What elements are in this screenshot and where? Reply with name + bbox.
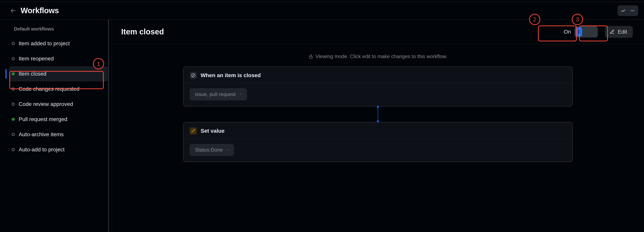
lock-icon xyxy=(308,54,313,59)
viewing-mode-text: Viewing mode. Click edit to make changes… xyxy=(316,54,448,60)
topbar-actions xyxy=(618,6,638,16)
workflow-toggle-group: On xyxy=(561,24,600,40)
viewing-mode-notice: Viewing mode. Click edit to make changes… xyxy=(112,44,644,66)
trigger-card: When an item is closed issue, pull reque… xyxy=(183,66,573,106)
more-menu-button[interactable] xyxy=(628,6,637,15)
sidebar-item-workflow[interactable]: Code changes requested xyxy=(9,82,108,96)
sidebar-heading: Default workflows xyxy=(14,26,106,32)
trigger-filter-chip[interactable]: issue, pull request xyxy=(190,88,247,100)
toggle-knob xyxy=(576,28,582,36)
sidebar-item-label: Code changes requested xyxy=(19,86,80,92)
status-dot-on-icon xyxy=(12,72,15,76)
sidebar-item-label: Item closed xyxy=(19,71,46,77)
sidebar-item-workflow[interactable]: Item reopened xyxy=(9,51,108,66)
sidebar-item-label: Auto-archive items xyxy=(19,131,64,138)
pencil-icon xyxy=(610,29,615,34)
svg-point-3 xyxy=(634,10,634,11)
workflow-enable-toggle[interactable] xyxy=(574,26,598,38)
trigger-filter-label: issue, pull request xyxy=(195,91,236,97)
sidebar-item-label: Pull request merged xyxy=(19,116,68,122)
workflow-connector xyxy=(378,107,378,121)
toggle-label: On xyxy=(564,29,571,35)
action-value-label: Status:Done xyxy=(195,147,223,153)
sidebar-item-label: Item reopened xyxy=(19,56,54,62)
sidebar-item-label: Item added to project xyxy=(19,40,70,47)
workflow-main: Item closed On Edit Viewing mode. Click … xyxy=(112,20,644,232)
sidebar-item-label: Code review approved xyxy=(19,101,73,107)
sidebar-item-workflow[interactable]: Code review approved xyxy=(9,96,108,112)
sidebar-item-workflow[interactable]: Item closed xyxy=(9,66,108,82)
back-arrow-icon[interactable] xyxy=(9,7,17,14)
pencil-icon xyxy=(190,128,197,134)
sidebar-item-label: Auto-add to project xyxy=(19,146,65,153)
edit-button[interactable]: Edit xyxy=(605,26,633,38)
svg-line-6 xyxy=(192,74,194,76)
status-dot-off-icon xyxy=(12,133,15,136)
caret-down-icon xyxy=(226,148,229,152)
caret-down-icon xyxy=(239,93,242,96)
trigger-heading: When an item is closed xyxy=(200,72,261,78)
status-dot-off-icon xyxy=(12,148,15,151)
status-dot-off-icon xyxy=(12,102,15,106)
skip-icon xyxy=(190,72,197,79)
page-title: Workflows xyxy=(20,6,59,15)
svg-rect-4 xyxy=(310,56,312,58)
status-dot-off-icon xyxy=(12,42,15,45)
action-value-chip[interactable]: Status:Done xyxy=(190,144,234,156)
workflow-sidebar: Default workflows Item added to projectI… xyxy=(0,20,112,232)
sidebar-item-workflow[interactable]: Auto-archive items xyxy=(9,127,108,142)
sidebar-item-workflow[interactable]: Auto-add to project xyxy=(9,142,108,157)
action-heading: Set value xyxy=(200,128,224,134)
sidebar-item-workflow[interactable]: Item added to project xyxy=(9,36,108,51)
status-dot-on-icon xyxy=(12,118,15,121)
edit-button-label: Edit xyxy=(618,29,627,35)
status-dot-off-icon xyxy=(12,57,15,60)
status-dot-off-icon xyxy=(12,88,15,90)
insights-button[interactable] xyxy=(618,6,628,15)
sidebar-item-workflow[interactable]: Pull request merged xyxy=(9,112,108,127)
svg-point-1 xyxy=(630,10,632,11)
action-card: Set value Status:Done xyxy=(183,122,573,162)
svg-point-2 xyxy=(632,10,633,11)
workflow-title: Item closed xyxy=(121,28,164,36)
